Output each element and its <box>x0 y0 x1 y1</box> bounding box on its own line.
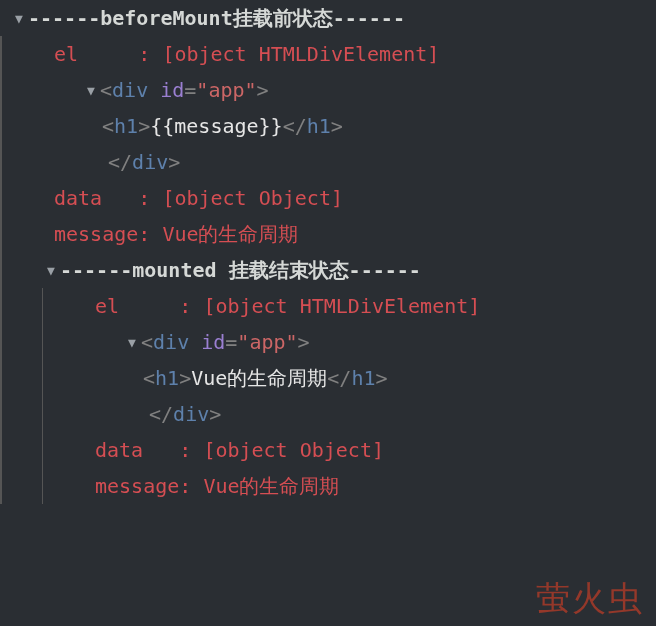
log-line-el: el : [object HTMLDivElement] <box>43 288 656 324</box>
expand-arrow-icon[interactable]: ▼ <box>82 79 100 102</box>
message-label: message: <box>95 468 203 504</box>
tag-name-h1: h1 <box>114 108 138 144</box>
attr-id: id <box>201 324 225 360</box>
quote-open: " <box>196 72 208 108</box>
log-line-data: data : [object Object] <box>12 180 656 216</box>
angle-close: > <box>209 396 221 432</box>
angle-close: > <box>168 144 180 180</box>
header-mid <box>217 252 229 288</box>
tag-name-h1: h1 <box>351 360 375 396</box>
attr-value-app: app <box>249 324 285 360</box>
attr-id: id <box>160 72 184 108</box>
h1-text-content: Vue的生命周期 <box>191 360 327 396</box>
angle-close: > <box>179 360 191 396</box>
header-dash-suffix: 挂载前状态------ <box>233 0 405 36</box>
log-group-header-mounted[interactable]: ▼ ------mounted 挂载结束状态------ <box>12 252 656 288</box>
el-value: [object HTMLDivElement] <box>203 288 480 324</box>
attr-value-app: app <box>208 72 244 108</box>
quote-open: " <box>237 324 249 360</box>
message-label: message: <box>54 216 162 252</box>
angle-close: > <box>376 360 388 396</box>
tag-name-h1: h1 <box>307 108 331 144</box>
header-dash-suffix: 挂载结束状态------ <box>229 252 421 288</box>
angle-close: > <box>298 324 310 360</box>
watermark-text: 萤火虫 <box>536 576 644 622</box>
angle-open: < <box>102 108 114 144</box>
header-dash-prefix: ------ <box>60 252 132 288</box>
expand-arrow-icon[interactable]: ▼ <box>10 7 28 30</box>
header-hook-name: beforeMount <box>100 0 232 36</box>
message-value: Vue的生命周期 <box>162 216 298 252</box>
data-label: data : <box>95 432 203 468</box>
angle-open-slash: </ <box>149 396 173 432</box>
angle-close: > <box>257 72 269 108</box>
tag-name-h1: h1 <box>155 360 179 396</box>
message-value: Vue的生命周期 <box>203 468 339 504</box>
tag-name-div: div <box>173 396 209 432</box>
log-group-header-beforemount[interactable]: ▼ ------beforeMount挂载前状态------ <box>0 0 656 36</box>
log-group-body-mounted: el : [object HTMLDivElement] ▼ <div id="… <box>42 288 656 504</box>
h1-text-content: {{message}} <box>150 108 282 144</box>
dom-tree-div-close: </div> <box>12 144 656 180</box>
dom-tree-div-close: </div> <box>43 396 656 432</box>
dom-tree-h1: <h1>{{message}}</h1> <box>12 108 656 144</box>
angle-open: < <box>100 72 112 108</box>
quote-close: " <box>245 72 257 108</box>
el-label: el : <box>54 36 162 72</box>
angle-open-slash: </ <box>283 108 307 144</box>
angle-open: < <box>141 324 153 360</box>
equals: = <box>184 72 196 108</box>
dom-tree-div-open[interactable]: ▼ <div id="app"> <box>12 72 656 108</box>
data-value: [object Object] <box>162 180 343 216</box>
header-dash-prefix: ------ <box>28 0 100 36</box>
angle-close: > <box>331 108 343 144</box>
angle-open-slash: </ <box>327 360 351 396</box>
dom-tree-div-open[interactable]: ▼ <div id="app"> <box>43 324 656 360</box>
data-value: [object Object] <box>203 432 384 468</box>
log-line-el: el : [object HTMLDivElement] <box>12 36 656 72</box>
expand-arrow-icon[interactable]: ▼ <box>42 259 60 282</box>
data-label: data : <box>54 180 162 216</box>
log-line-message: message: Vue的生命周期 <box>12 216 656 252</box>
angle-open-slash: </ <box>108 144 132 180</box>
el-label: el : <box>95 288 203 324</box>
log-line-message: message: Vue的生命周期 <box>43 468 656 504</box>
quote-close: " <box>286 324 298 360</box>
log-group-body-beforemount: el : [object HTMLDivElement] ▼ <div id="… <box>0 36 656 504</box>
expand-arrow-icon[interactable]: ▼ <box>123 331 141 354</box>
tag-name-div: div <box>132 144 168 180</box>
tag-name-div: div <box>112 72 148 108</box>
space <box>189 324 201 360</box>
angle-close: > <box>138 108 150 144</box>
header-hook-name: mounted <box>132 252 216 288</box>
dom-tree-h1: <h1>Vue的生命周期</h1> <box>43 360 656 396</box>
space <box>148 72 160 108</box>
angle-open: < <box>143 360 155 396</box>
el-value: [object HTMLDivElement] <box>162 36 439 72</box>
equals: = <box>225 324 237 360</box>
tag-name-div: div <box>153 324 189 360</box>
log-line-data: data : [object Object] <box>43 432 656 468</box>
